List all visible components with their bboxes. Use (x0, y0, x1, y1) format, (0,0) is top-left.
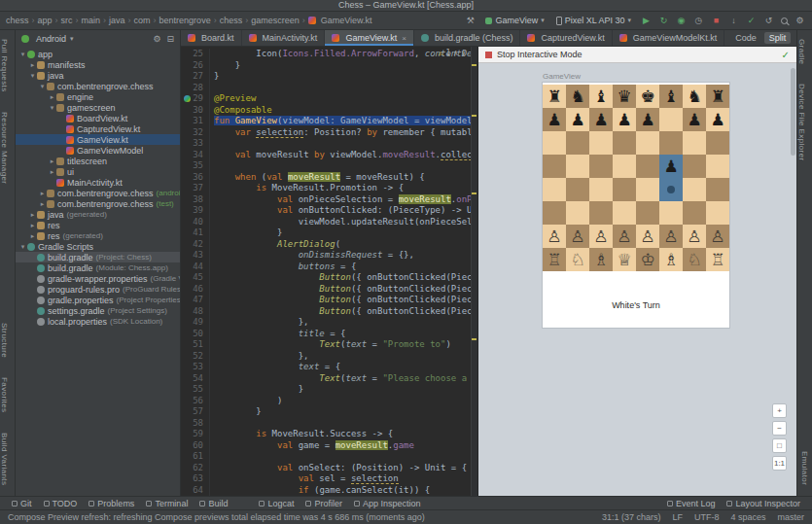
close-tab-icon[interactable]: × (402, 34, 406, 43)
tree-item-capturedview-kt[interactable]: CapturedView.kt (16, 123, 180, 134)
board-square[interactable] (659, 178, 683, 201)
tree-item-gradle-wrapper-properties[interactable]: gradle-wrapper.properties(Gradle Version… (16, 273, 180, 284)
tree-item-java[interactable]: ▾java (16, 70, 180, 81)
prev-warning-icon[interactable]: ∧ (453, 49, 458, 57)
tree-expander-icon[interactable]: ▸ (28, 211, 37, 219)
tool-window-button-terminal[interactable]: Terminal (140, 497, 194, 509)
board-square[interactable] (613, 201, 636, 225)
board-square[interactable]: ♟ (543, 108, 566, 131)
board-square[interactable] (706, 201, 729, 225)
editor-tab-capturedview-kt[interactable]: CapturedView.kt (520, 30, 612, 46)
board-square[interactable]: ♗ (589, 248, 613, 271)
tree-item-gradle-properties[interactable]: gradle.properties(Project Properties) (16, 295, 180, 305)
tool-window-button-todo[interactable]: TODO (38, 497, 84, 509)
tree-item-gameview-kt[interactable]: GameView.kt (16, 134, 180, 145)
board-square[interactable]: ♞ (683, 85, 706, 108)
board-square[interactable]: ♗ (659, 248, 683, 271)
tool-window-button-git[interactable]: Git (6, 497, 38, 509)
preview-scrollbar[interactable] (791, 68, 795, 156)
breadcrumb-item-main[interactable]: main (82, 16, 101, 25)
breadcrumb-item-src[interactable]: src (61, 16, 73, 25)
board-square[interactable]: ♜ (543, 85, 566, 108)
tool-window-button-build-variants[interactable]: Build Variants (0, 424, 9, 494)
tree-expander-icon[interactable]: ▸ (28, 232, 37, 240)
tree-item-gamescreen[interactable]: ▾gamescreen (16, 102, 180, 113)
git-update-button[interactable]: ↓ (727, 16, 740, 25)
tool-window-button-event-log[interactable]: Event Log (661, 497, 722, 509)
breadcrumb-item-gamescreen[interactable]: gamescreen (251, 16, 300, 25)
tree-item-res[interactable]: ▸res (16, 220, 180, 230)
tool-window-button-profiler[interactable]: Profiler (300, 497, 348, 509)
board-square[interactable]: ♙ (659, 225, 683, 248)
board-square[interactable] (659, 108, 683, 131)
tree-item-local-properties[interactable]: local.properties(SDK Location) (16, 316, 180, 327)
board-square[interactable]: ♟ (683, 108, 706, 131)
breadcrumb-item-com[interactable]: com (134, 16, 151, 25)
board-square[interactable]: ♝ (589, 85, 613, 108)
board-square[interactable] (589, 201, 613, 225)
tool-window-button-app-inspection[interactable]: App Inspection (348, 497, 427, 509)
board-square[interactable] (636, 178, 659, 201)
board-square[interactable] (613, 155, 636, 178)
board-square[interactable] (543, 131, 566, 155)
run-config-selector[interactable]: GameView ▾ (482, 16, 547, 25)
tree-item-gradle-scripts[interactable]: ▾Gradle Scripts (16, 241, 180, 252)
search-icon[interactable] (781, 17, 788, 24)
tree-item-com-bentrengrove-chess[interactable]: ▸com.bentrengrove.chess(test) (16, 198, 180, 209)
board-square[interactable]: ♛ (613, 85, 636, 108)
tree-item-com-bentrengrove-chess[interactable]: ▸com.bentrengrove.chess(androidTest) (16, 188, 180, 198)
tree-item-app[interactable]: ▾app (16, 49, 180, 59)
editor-error-stripe[interactable] (471, 47, 477, 496)
board-square[interactable] (613, 178, 636, 201)
board-square[interactable] (636, 131, 659, 155)
tree-item-ui[interactable]: ▸ui (16, 166, 180, 177)
board-square[interactable] (613, 131, 636, 155)
tool-window-button-pull-requests[interactable]: Pull Requests (0, 30, 9, 101)
board-square[interactable] (706, 178, 729, 201)
board-square[interactable]: ♖ (706, 248, 729, 271)
board-square[interactable]: ♟ (706, 108, 729, 131)
breadcrumb-item-bentrengrove[interactable]: bentrengrove (159, 16, 211, 25)
board-square[interactable]: ♚ (636, 85, 659, 108)
device-selector[interactable]: Pixel XL API 30 ▾ (553, 16, 634, 25)
debug-button[interactable]: ◉ (675, 16, 688, 25)
board-square[interactable]: ♕ (613, 248, 636, 271)
tree-expander-icon[interactable]: ▸ (48, 168, 56, 176)
board-square[interactable] (683, 201, 706, 225)
tool-window-button-logcat[interactable]: Logcat (253, 497, 300, 509)
zoom-1-1[interactable]: 1:1 (772, 456, 787, 471)
settings-gear-icon[interactable]: ⚙ (153, 34, 160, 44)
sync-button[interactable]: ↺ (762, 16, 775, 25)
board-square[interactable] (543, 178, 566, 201)
tree-expander-icon[interactable]: ▸ (38, 190, 47, 197)
breadcrumb-item-java[interactable]: java (109, 16, 125, 25)
board-square[interactable]: ♙ (636, 225, 659, 248)
encoding[interactable]: UTF-8 (694, 512, 720, 522)
run-button[interactable]: ▶ (640, 16, 653, 25)
editor-tab-board-kt[interactable]: Board.kt (181, 30, 242, 46)
board-square[interactable] (706, 131, 729, 155)
editor-tab-mainactivity-kt[interactable]: MainActivity.kt (242, 30, 326, 46)
project-view-selector[interactable]: Android (36, 34, 66, 44)
board-square[interactable]: ♙ (543, 225, 566, 248)
tree-expander-icon[interactable]: ▾ (48, 104, 56, 112)
tool-window-button-favorites[interactable]: Favorites (0, 368, 9, 422)
tool-window-button-layout-inspector[interactable]: Layout Inspector (721, 497, 806, 509)
view-mode-split[interactable]: Split (764, 32, 792, 44)
tree-item-build-gradle[interactable]: build.gradle(Module: Chess.app) (16, 262, 180, 273)
board-square[interactable]: ♝ (659, 85, 683, 108)
board-square[interactable] (566, 201, 589, 225)
board-square[interactable]: ♘ (566, 248, 589, 271)
board-square[interactable]: ♟ (589, 108, 613, 131)
tree-item-com-bentrengrove-chess[interactable]: ▾com.bentrengrove.chess (16, 81, 180, 91)
board-square[interactable]: ♙ (589, 225, 613, 248)
zoom--[interactable]: □ (772, 438, 787, 453)
breadcrumb-item-app[interactable]: app (38, 16, 53, 25)
breadcrumb-item-gameview-kt[interactable]: GameView.kt (321, 16, 372, 25)
tree-item-gameviewmodel[interactable]: GameViewModel (16, 145, 180, 156)
board-square[interactable]: ♖ (543, 248, 566, 271)
tree-item-mainactivity-kt[interactable]: MainActivity.kt (16, 177, 180, 188)
editor-tab-gameview-kt[interactable]: GameView.kt× (325, 30, 414, 46)
tool-window-button-device-file-explorer[interactable]: Device File Explorer (797, 75, 806, 170)
zoom-out[interactable]: − (772, 421, 787, 436)
